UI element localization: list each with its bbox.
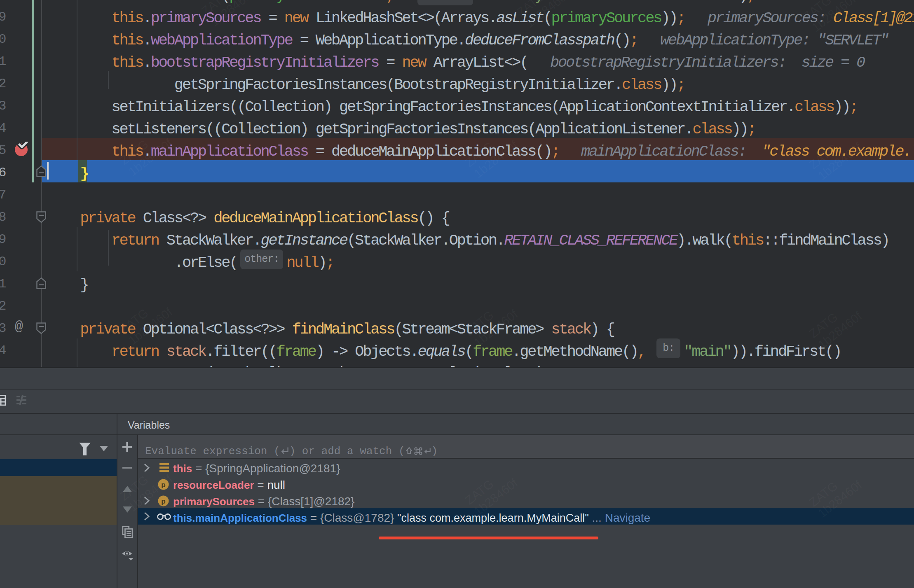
svg-text:p: p (161, 497, 165, 505)
